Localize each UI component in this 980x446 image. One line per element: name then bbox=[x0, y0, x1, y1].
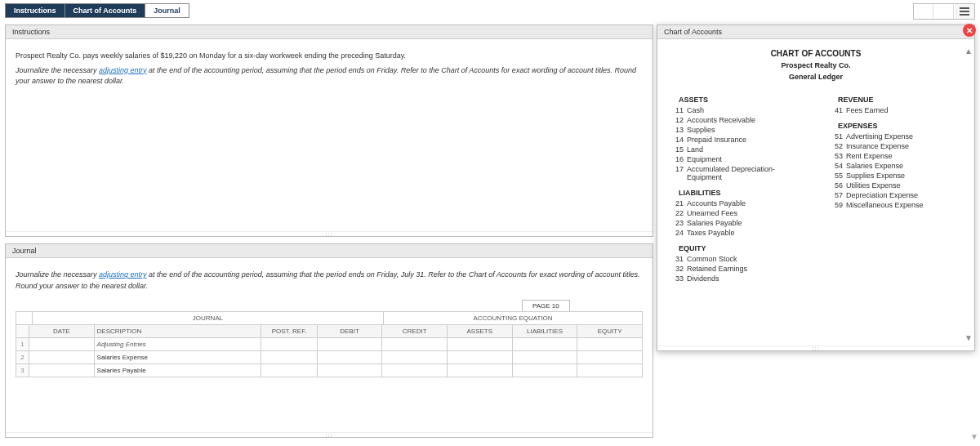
liability-row: 24Taxes Payable bbox=[669, 228, 804, 238]
expense-row: 56Utilities Expense bbox=[828, 181, 963, 190]
account-number: 11 bbox=[669, 106, 684, 114]
account-name: Land bbox=[687, 145, 804, 154]
instructions-resize-grip[interactable]: ::: bbox=[6, 231, 653, 236]
account-name: Equipment bbox=[687, 155, 804, 163]
instructions-line2: Journalize the necessary adjusting entry… bbox=[16, 65, 643, 87]
toolbar-menu-button[interactable] bbox=[955, 4, 974, 19]
account-name: Salaries Payable bbox=[687, 219, 804, 227]
account-name: Depreciation Expense bbox=[846, 191, 963, 199]
right-column: ✕ Chart of Accounts ▲ CHART OF ACCOUNTS … bbox=[657, 25, 975, 438]
account-name: Miscellaneous Expense bbox=[846, 201, 963, 209]
account-number: 17 bbox=[669, 165, 684, 181]
tab-chart-of-accounts[interactable]: Chart of Accounts bbox=[65, 4, 146, 17]
cell-post-ref[interactable] bbox=[261, 351, 317, 364]
account-name: Cash bbox=[687, 106, 804, 114]
equity-title: EQUITY bbox=[679, 244, 804, 252]
account-number: 57 bbox=[828, 191, 843, 199]
col-equity: EQUITY bbox=[577, 325, 643, 338]
cell-credit[interactable] bbox=[382, 338, 448, 351]
cell-equity[interactable] bbox=[577, 364, 643, 377]
coa-columns: ASSETS 11Cash12Accounts Receivable13Supp… bbox=[669, 89, 963, 283]
cell-debit[interactable] bbox=[317, 338, 382, 351]
cell-assets[interactable] bbox=[447, 338, 512, 351]
cell-liabilities[interactable] bbox=[512, 338, 577, 351]
expense-row: 51Advertising Expense bbox=[828, 132, 963, 141]
cell-assets[interactable] bbox=[447, 364, 512, 377]
cell-date[interactable] bbox=[29, 338, 94, 351]
asset-row: 17Accumulated Depreciation-Equipment bbox=[669, 164, 804, 182]
journal-panel: Journal Journalize the necessary adjusti… bbox=[5, 243, 653, 438]
account-name: Salaries Expense bbox=[846, 162, 963, 170]
account-name: Utilities Expense bbox=[846, 181, 963, 190]
cell-credit[interactable] bbox=[382, 351, 448, 364]
table-row: 1Adjusting Entries bbox=[16, 338, 643, 351]
journal-resize-grip[interactable]: ::: bbox=[6, 432, 653, 437]
cell-equity[interactable] bbox=[577, 338, 643, 351]
account-number: 23 bbox=[669, 219, 684, 227]
revenue-row: 41Fees Earned bbox=[828, 105, 963, 115]
tab-journal[interactable]: Journal bbox=[145, 4, 189, 17]
account-name: Retained Earnings bbox=[687, 265, 804, 273]
toolbar-button-1[interactable] bbox=[914, 4, 933, 19]
expense-row: 52Insurance Expense bbox=[828, 141, 963, 151]
account-name: Advertising Expense bbox=[846, 132, 963, 140]
liabilities-title: LIABILITIES bbox=[679, 189, 804, 197]
cell-credit[interactable] bbox=[382, 364, 448, 377]
journal-body: Journalize the necessary adjusting entry… bbox=[6, 258, 653, 432]
table-row: 3Salaries Payable bbox=[16, 364, 643, 377]
account-number: 22 bbox=[669, 209, 684, 217]
tab-instructions[interactable]: Instructions bbox=[6, 4, 65, 17]
expense-row: 55Supplies Expense bbox=[828, 171, 963, 181]
account-number: 31 bbox=[669, 255, 684, 263]
account-number: 32 bbox=[669, 265, 684, 273]
cell-description[interactable]: Adjusting Entries bbox=[94, 338, 261, 351]
journal-adjusting-entry-link[interactable]: adjusting entry bbox=[99, 270, 147, 279]
account-number: 21 bbox=[669, 199, 684, 207]
account-number: 51 bbox=[828, 132, 843, 140]
cell-date[interactable] bbox=[29, 364, 94, 377]
coa-company: Prospect Realty Co. bbox=[669, 61, 963, 69]
expense-row: 57Depreciation Expense bbox=[828, 190, 963, 200]
account-name: Dividends bbox=[687, 274, 804, 283]
account-number: 16 bbox=[669, 155, 684, 163]
toolbar-button-2[interactable] bbox=[934, 4, 954, 19]
journal-title: Journal bbox=[6, 244, 653, 258]
account-name: Unearned Fees bbox=[687, 209, 804, 217]
account-name: Accumulated Depreciation-Equipment bbox=[687, 165, 804, 181]
account-number: 14 bbox=[669, 136, 684, 144]
coa-left-col: ASSETS 11Cash12Accounts Receivable13Supp… bbox=[669, 89, 804, 283]
journal-instruction: Journalize the necessary adjusting entry… bbox=[16, 270, 643, 292]
row-number: 1 bbox=[16, 338, 29, 351]
scroll-down-icon[interactable]: ▼ bbox=[964, 333, 973, 342]
journal-page-tab[interactable]: PAGE 10 bbox=[522, 300, 570, 311]
col-credit: CREDIT bbox=[382, 325, 448, 338]
coa-title: Chart of Accounts bbox=[657, 25, 974, 39]
cell-debit[interactable] bbox=[317, 364, 382, 377]
cell-equity[interactable] bbox=[577, 351, 643, 364]
cell-liabilities[interactable] bbox=[512, 351, 577, 364]
adjusting-entry-link[interactable]: adjusting entry bbox=[99, 66, 147, 74]
cell-description[interactable]: Salaries Payable bbox=[94, 364, 261, 377]
close-icon[interactable]: ✕ bbox=[963, 24, 976, 37]
expenses-title: EXPENSES bbox=[838, 122, 963, 130]
journal-instr-pre: Journalize the necessary bbox=[16, 270, 99, 279]
cell-date[interactable] bbox=[29, 351, 94, 364]
cell-debit[interactable] bbox=[317, 351, 382, 364]
cell-description[interactable]: Salaries Expense bbox=[94, 351, 261, 364]
equity-row: 33Dividends bbox=[669, 274, 804, 283]
journal-header-row: DATE DESCRIPTION POST. REF. DEBIT CREDIT… bbox=[16, 325, 643, 338]
table-row: 2Salaries Expense bbox=[16, 351, 643, 364]
coa-right-col: REVENUE 41Fees Earned EXPENSES 51Adverti… bbox=[828, 89, 963, 283]
cell-liabilities[interactable] bbox=[512, 364, 577, 377]
scroll-down-outer-icon[interactable]: ▼ bbox=[970, 432, 978, 441]
menu-icon bbox=[960, 7, 969, 16]
coa-resize-grip[interactable]: ::: bbox=[657, 346, 974, 350]
cell-post-ref[interactable] bbox=[261, 338, 317, 351]
cell-assets[interactable] bbox=[447, 351, 512, 364]
liability-row: 21Accounts Payable bbox=[669, 198, 804, 208]
account-number: 59 bbox=[828, 201, 843, 209]
coa-heading: CHART OF ACCOUNTS bbox=[669, 49, 963, 58]
content-area: Instructions Prospect Realty Co. pays we… bbox=[0, 20, 980, 443]
asset-row: 11Cash bbox=[669, 105, 804, 115]
cell-post-ref[interactable] bbox=[261, 364, 317, 377]
